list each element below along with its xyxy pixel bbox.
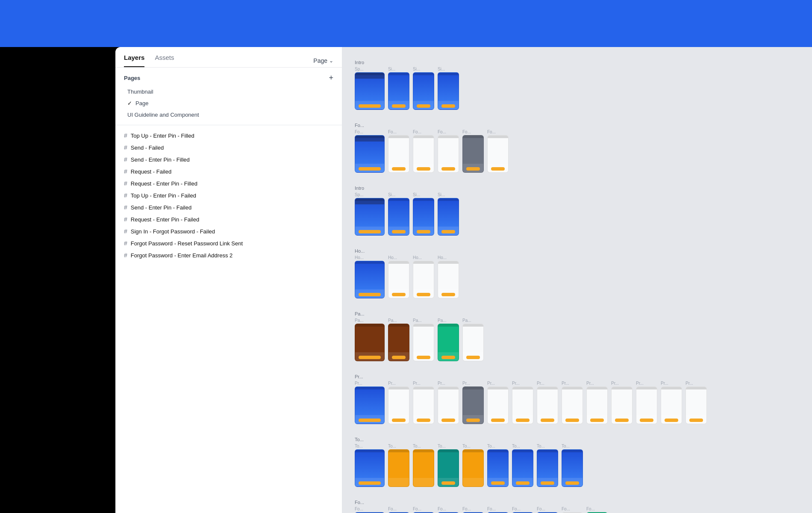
screen-bar (463, 324, 483, 327)
frame-card[interactable]: Fo... (487, 130, 509, 173)
frame-card[interactable]: Pa... (355, 318, 385, 361)
frame-card[interactable]: Pa... (388, 318, 409, 361)
add-page-button[interactable]: + (329, 74, 333, 83)
frame-card[interactable]: To... (355, 444, 385, 487)
layer-item-request-failed[interactable]: #Request - Failed (120, 165, 338, 177)
layer-item-sign-in-forgot-password-failed[interactable]: #Sign In - Forgot Password - Failed (120, 225, 338, 237)
frame-card[interactable]: Pr... (512, 381, 533, 424)
frame-card[interactable]: Fo... (586, 507, 608, 513)
frame-card[interactable]: Pr... (562, 381, 583, 424)
pages-label: Pages (124, 75, 140, 81)
frame-card[interactable]: Fo... (462, 507, 484, 513)
frame-card[interactable]: Fo... (562, 507, 583, 513)
frame-card[interactable]: To... (512, 444, 533, 487)
frame-card[interactable]: Fo... (355, 507, 385, 513)
layer-item-send-failed[interactable]: #Send - Failed (120, 142, 338, 153)
frame-card[interactable]: Fo... (413, 507, 434, 513)
frame-card[interactable]: Si... (388, 192, 409, 236)
frame-card[interactable]: Fo... (438, 130, 459, 173)
frame-card[interactable]: Pr... (586, 381, 608, 424)
frame-card[interactable]: Pa... (462, 318, 484, 361)
frame-card[interactable]: To... (413, 444, 434, 487)
frame-card[interactable]: Pr... (487, 381, 509, 424)
frame-card[interactable]: Sp... (355, 192, 385, 236)
layer-item-forgot-password-reset-link[interactable]: #Forgot Password - Reset Password Link S… (120, 237, 338, 249)
screen-mockup (487, 449, 509, 487)
layer-item-label: Request - Failed (131, 168, 171, 175)
frame-card[interactable]: Si... (413, 67, 434, 110)
frame-card[interactable]: Fo... (388, 130, 409, 173)
screen-bar (488, 450, 508, 452)
frame-card-label: Pr... (586, 381, 594, 386)
layer-item-top-up-enter-pin-failed[interactable]: #Top Up - Enter Pin - Failed (120, 189, 338, 201)
hash-icon: # (124, 144, 127, 151)
frame-card[interactable]: Si... (438, 192, 459, 236)
frame-card[interactable]: Fo... (438, 507, 459, 513)
layer-item-send-enter-pin-filled[interactable]: #Send - Enter Pin - Filled (120, 153, 338, 165)
frame-card[interactable]: Pr... (438, 381, 459, 424)
frame-card[interactable]: Pr... (388, 381, 409, 424)
frame-card[interactable]: To... (487, 444, 509, 487)
frame-card[interactable]: To... (388, 444, 409, 487)
frame-card[interactable]: Ho... (388, 255, 409, 298)
screen-bar (438, 136, 459, 138)
screen-mockup (611, 386, 633, 424)
frame-card[interactable]: Ho... (438, 255, 459, 298)
frame-card[interactable]: Si... (388, 67, 409, 110)
layer-item-label: Request - Enter Pin - Filled (131, 180, 197, 187)
screen-btn (392, 419, 406, 422)
page-item-thumbnail[interactable]: Thumbnail (124, 86, 333, 97)
frame-card-label: Pa... (438, 318, 447, 323)
layer-item-send-enter-pin-failed[interactable]: #Send - Enter Pin - Failed (120, 201, 338, 213)
page-dropdown[interactable]: Page ⌄ (313, 57, 333, 64)
canvas-row-frames: Fo...Fo...Fo...Fo...Fo...Fo... (355, 130, 799, 173)
frame-card[interactable]: Pr... (413, 381, 434, 424)
frame-card[interactable]: Ho... (413, 255, 434, 298)
frame-card[interactable]: Fo... (512, 507, 533, 513)
frame-card[interactable]: Sp... (355, 67, 385, 110)
frame-card[interactable]: Pr... (685, 381, 707, 424)
screen-btn (565, 419, 579, 422)
frame-card[interactable]: Pr... (462, 381, 484, 424)
frame-card[interactable]: Pr... (661, 381, 682, 424)
frame-card[interactable]: Pr... (537, 381, 558, 424)
tab-assets[interactable]: Assets (155, 54, 174, 67)
frame-card[interactable]: To... (537, 444, 558, 487)
frame-card[interactable]: Si... (413, 192, 434, 236)
canvas-row-frames: Pa...Pa...Pa...Pa...Pa... (355, 318, 799, 361)
frame-card[interactable]: Fo... (462, 130, 484, 173)
screen-bar (355, 261, 384, 264)
layer-item-request-enter-pin-failed[interactable]: #Request - Enter Pin - Failed (120, 213, 338, 225)
frame-card[interactable]: Fo... (388, 507, 409, 513)
frame-card[interactable]: Pr... (636, 381, 657, 424)
layer-item-forgot-password-enter-email-2[interactable]: #Forgot Password - Enter Email Address 2 (120, 249, 338, 261)
screen-bar (413, 136, 434, 138)
frame-card[interactable]: Pa... (413, 318, 434, 361)
frame-card[interactable]: Pa... (438, 318, 459, 361)
screen-mockup (438, 72, 459, 110)
frame-card[interactable]: Fo... (537, 507, 558, 513)
layer-item-top-up-enter-pin-filled[interactable]: #Top Up - Enter Pin - Filled (120, 130, 338, 142)
screen-bar (463, 450, 483, 452)
tab-layers[interactable]: Layers (124, 54, 144, 67)
screen-btn (417, 481, 430, 485)
frame-card[interactable]: To... (462, 444, 484, 487)
page-item-page[interactable]: ✓ Page (124, 97, 333, 109)
frame-card-label: Fo... (438, 130, 446, 134)
frame-card[interactable]: To... (562, 444, 583, 487)
frame-card-label: Ho... (413, 255, 422, 260)
frame-card[interactable]: Pr... (611, 381, 633, 424)
screen-btn (417, 356, 430, 359)
frame-card[interactable]: Ho... (355, 255, 385, 298)
frame-card[interactable]: Si... (438, 67, 459, 110)
frame-card[interactable]: Fo... (413, 130, 434, 173)
page-item-ui-guideline[interactable]: UI Guideline and Component (124, 109, 333, 121)
screen-bar (355, 387, 384, 389)
frame-card-label: Si... (413, 67, 420, 71)
frame-card[interactable]: Fo... (487, 507, 509, 513)
frame-card[interactable]: Pr... (355, 381, 385, 424)
layer-item-request-enter-pin-filled[interactable]: #Request - Enter Pin - Filled (120, 177, 338, 189)
frame-card[interactable]: Fo... (355, 130, 385, 173)
canvas-row: Fo...Fo...Fo...Fo...Fo...Fo...Fo...Fo...… (355, 500, 799, 513)
frame-card[interactable]: To... (438, 444, 459, 487)
